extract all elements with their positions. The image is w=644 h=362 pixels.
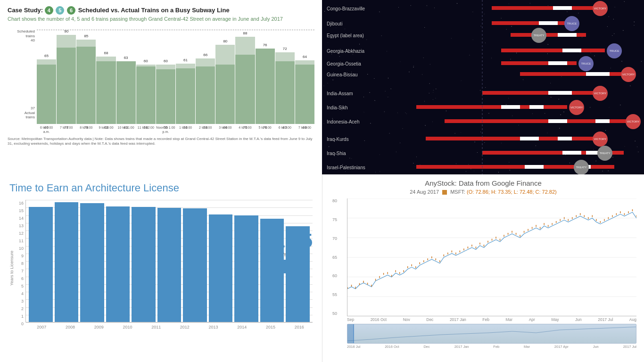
scheduled-bar-label: 85 <box>76 34 96 38</box>
actual-bar: 63 <box>116 61 136 124</box>
arch-bar <box>132 207 156 322</box>
actual-bar-label: 63 <box>116 125 136 130</box>
arch-bar <box>157 208 182 322</box>
scheduled-bar-label: 68 <box>96 51 116 55</box>
actual-bar: 77 <box>57 48 76 124</box>
subway-subtitle-desc: Chart shows the number of 4, 5 and 6 tra… <box>8 16 314 22</box>
bar-group: 7676 <box>256 30 275 124</box>
actual-bar: 78 <box>76 47 96 124</box>
scheduled-bar: 6560 <box>37 59 56 124</box>
stock-date-info: 24 Aug 2017 MSFT: (O: 72.86; H: 73.35; L… <box>330 189 636 195</box>
arch-bar <box>209 214 233 322</box>
arch-bar <box>80 203 104 322</box>
arch-bars-area: 2007200820092010201120122013201420152016 <box>25 200 313 337</box>
actual-bar-label: 60 <box>37 125 56 130</box>
bar-group: 7263 <box>275 30 295 124</box>
actual-bar: 55 <box>156 69 175 124</box>
scheduled-bar: 6460 <box>295 60 314 124</box>
subway-chart-area: Scheduledtrains40 37Actualtrains 6560907… <box>8 25 314 134</box>
y-label-scheduled: Scheduledtrains40 <box>8 29 37 43</box>
stock-title: AnyStock: Data from Google Finance <box>330 179 636 187</box>
scheduled-bar-label: 66 <box>196 53 215 57</box>
bar-group: 6156 <box>176 30 195 124</box>
bar-group: 8060 <box>215 30 235 124</box>
arch-title: Time to Earn an Architecture License <box>9 182 313 194</box>
arch-x-label: 2015 <box>257 323 284 329</box>
stock-chart-panel: AnyStock: Data from Google Finance 24 Au… <box>322 174 644 362</box>
badge-6: 6 <box>67 6 75 15</box>
scheduled-bar: 6863 <box>96 57 116 124</box>
arch-y-title: Years to Licensure <box>9 200 14 337</box>
bar-group: 6658 <box>196 30 215 124</box>
actual-bar-label: 58 <box>136 125 156 130</box>
actual-bar-label: 60 <box>215 125 235 130</box>
actual-bar: 70 <box>235 55 255 124</box>
scheduled-bar-label: 60 <box>156 59 175 63</box>
subway-note: Source: Metropolitan Transportation Auth… <box>8 137 314 147</box>
scheduled-bar: 6156 <box>176 64 195 124</box>
actual-bar: 58 <box>196 66 215 124</box>
arch-bar <box>183 208 207 322</box>
scheduled-bar: 8060 <box>215 45 235 124</box>
stock-chart-area: 80757065605550 Sep2016 OctNovDec2017 Jan… <box>347 198 636 349</box>
arch-x-label: 2012 <box>172 323 198 329</box>
arch-x-label: 2010 <box>114 323 141 329</box>
arch-x-label: 2009 <box>85 323 112 329</box>
scheduled-bar-label: 65 <box>37 54 56 58</box>
arch-x-label: 2008 <box>57 323 84 329</box>
arch-chart-panel: Time to Earn an Architecture License Yea… <box>0 174 322 362</box>
scheduled-bar: 7676 <box>256 49 275 124</box>
badge-5: 5 <box>56 6 64 15</box>
scheduled-bar-label: 80 <box>215 39 235 43</box>
actual-bar-label: 76 <box>256 125 275 130</box>
actual-bar: 60 <box>295 65 314 124</box>
scheduled-bar: 9077 <box>57 35 76 124</box>
arch-gridline <box>26 200 313 200</box>
actual-bar: 63 <box>96 61 116 124</box>
actual-bar-label: 58 <box>196 125 215 130</box>
scheduled-bar: 6055 <box>156 65 175 124</box>
arch-bar <box>234 215 258 322</box>
bar-group: 6460 <box>295 30 314 124</box>
arch-bar <box>29 207 53 322</box>
scheduled-bar-label: 60 <box>136 59 156 63</box>
case-study-label: Case Study: <box>8 7 43 14</box>
scheduled-bar: 7263 <box>275 52 295 124</box>
actual-bar: 58 <box>136 66 156 124</box>
actual-bar: 76 <box>256 49 275 124</box>
scheduled-bar-label: 64 <box>295 55 314 59</box>
actual-bar-label: 70 <box>235 125 255 130</box>
stock-mini-chart <box>347 324 636 344</box>
scheduled-bar-label: 63 <box>116 56 136 60</box>
actual-bar-label: 60 <box>295 125 314 130</box>
bar-group: 6560 <box>37 30 56 124</box>
bar-group: 6055 <box>156 30 175 124</box>
subway-subtitle-main: Scheduled vs. Actual Trains on a Busy Su… <box>78 7 230 14</box>
scheduled-bar: 6058 <box>136 65 156 124</box>
stock-x-labels: Sep2016 OctNovDec2017 JanFebMarAprMayJun… <box>347 317 636 322</box>
actual-bar: 60 <box>215 65 235 124</box>
scheduled-dashed-line <box>37 30 314 30</box>
subway-title: Case Study: 4 5 6 Scheduled vs. Actual T… <box>8 7 230 14</box>
bar-group: 6363 <box>116 30 136 124</box>
stock-mini-svg <box>347 324 636 343</box>
actual-bar-label: 63 <box>275 125 295 130</box>
arch-bar <box>286 226 310 322</box>
arch-bar <box>55 202 79 322</box>
badge-4: 4 <box>45 6 53 15</box>
subway-chart-panel: Case Study: 4 5 6 Scheduled vs. Actual T… <box>0 0 322 174</box>
actual-bar: 60 <box>37 65 56 124</box>
stock-color-legend <box>442 190 447 195</box>
y-label-actual: 37Actualtrains <box>8 106 37 120</box>
scheduled-bar-label: 61 <box>176 58 195 62</box>
stock-values: (O: 72.86; H: 73.35; L: 72.48; C: 72.82) <box>467 189 557 195</box>
actual-bar-label: 55 <box>156 125 175 130</box>
bars-wrapper: 6560907785786863636360586055615666588060… <box>37 25 314 124</box>
scheduled-bar-label: 72 <box>275 47 295 51</box>
scheduled-bar-label: 76 <box>256 43 275 47</box>
actual-bar: 63 <box>275 61 295 124</box>
arch-x-label: 2014 <box>229 323 256 329</box>
arch-gridline <box>26 322 313 323</box>
arch-x-label: 2007 <box>28 323 55 329</box>
stock-date: 24 Aug 2017 <box>410 189 439 195</box>
